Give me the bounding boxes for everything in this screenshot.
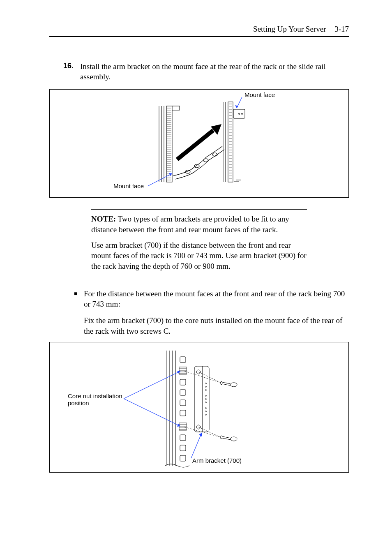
figure1-svg xyxy=(50,90,349,197)
svg-point-118 xyxy=(205,399,207,400)
figure2-label-left: Core nut installation position xyxy=(68,392,125,406)
page-header: Setting Up Your Server 3-17 xyxy=(49,25,349,37)
svg-point-80 xyxy=(203,159,208,162)
svg-line-133 xyxy=(124,371,180,399)
svg-line-82 xyxy=(177,130,213,159)
note-text-1: Two types of arm brackets are provided t… xyxy=(91,215,289,234)
svg-point-121 xyxy=(205,411,207,412)
svg-line-128 xyxy=(222,438,231,440)
svg-rect-97 xyxy=(180,435,186,441)
svg-marker-134 xyxy=(177,371,180,374)
svg-marker-136 xyxy=(177,424,180,427)
svg-point-123 xyxy=(231,383,237,387)
svg-rect-98 xyxy=(180,445,186,451)
svg-point-116 xyxy=(205,390,207,391)
figure-mount-face: Mount face Mount face xyxy=(49,89,349,198)
figure2-svg xyxy=(50,342,349,472)
svg-point-81 xyxy=(212,153,217,156)
svg-line-127 xyxy=(222,436,231,438)
svg-rect-41 xyxy=(172,106,180,110)
step-number: 16. xyxy=(51,62,80,82)
note-label: NOTE: xyxy=(91,215,116,223)
svg-line-135 xyxy=(124,399,180,426)
figure1-label-top: Mount face xyxy=(244,91,275,98)
svg-point-117 xyxy=(205,395,207,397)
sub-paragraph: Fix the arm bracket (700) to the core nu… xyxy=(84,315,349,336)
svg-rect-73 xyxy=(233,109,245,118)
svg-rect-93 xyxy=(180,379,186,385)
bullet-text: For the distance between the mount faces… xyxy=(84,289,349,309)
svg-rect-4 xyxy=(166,106,172,182)
figure2-label-right: Arm bracket (700) xyxy=(192,457,242,464)
step-text: Install the arm bracket on the mount fac… xyxy=(80,62,349,82)
bullet-item: ■ For the distance between the mount fac… xyxy=(74,289,349,309)
figure-arm-bracket: Core nut installation position Arm brack… xyxy=(49,342,349,473)
bullet-icon: ■ xyxy=(74,289,84,309)
svg-rect-94 xyxy=(180,390,186,395)
svg-line-124 xyxy=(222,382,231,384)
svg-rect-105 xyxy=(179,423,187,430)
note-block: NOTE: Two types of arm brackets are prov… xyxy=(91,209,307,276)
svg-line-125 xyxy=(222,384,231,385)
svg-rect-95 xyxy=(180,400,186,406)
note-text-2: Use arm bracket (700) if the distance be… xyxy=(91,240,307,272)
svg-point-126 xyxy=(231,437,237,441)
svg-point-119 xyxy=(205,402,207,403)
header-title: Setting Up Your Server xyxy=(253,25,326,33)
figure1-label-bottom: Mount face xyxy=(113,182,144,189)
svg-rect-96 xyxy=(180,410,186,416)
svg-line-137 xyxy=(191,433,202,458)
svg-point-115 xyxy=(205,386,207,388)
svg-point-79 xyxy=(194,164,199,168)
svg-point-122 xyxy=(205,414,207,416)
svg-point-120 xyxy=(205,408,207,409)
svg-rect-100 xyxy=(179,367,187,374)
header-page-number: 3-17 xyxy=(334,25,349,33)
svg-rect-99 xyxy=(180,455,186,461)
svg-rect-92 xyxy=(180,357,186,362)
instruction-step: 16. Install the arm bracket on the mount… xyxy=(51,62,349,82)
svg-point-114 xyxy=(205,383,207,384)
